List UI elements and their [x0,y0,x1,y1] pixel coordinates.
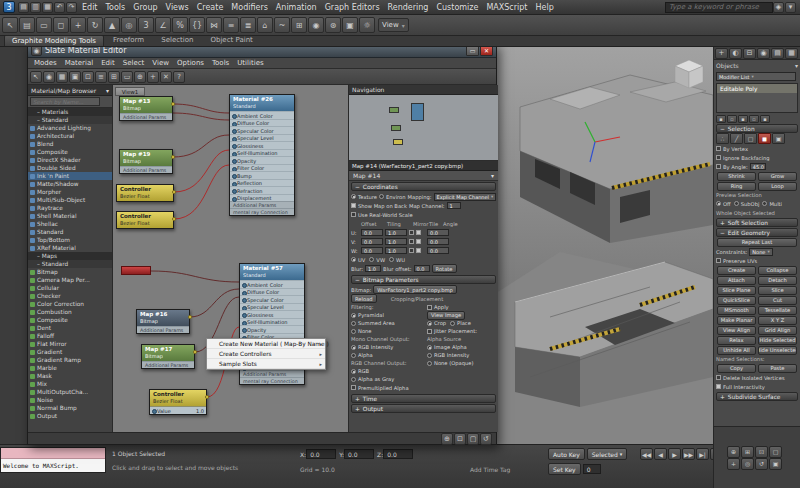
add-time-tag[interactable]: Add Time Tag [470,466,510,473]
save-file-icon[interactable]: ▦ [42,2,53,13]
show-end-result-icon[interactable]: ⊡ [82,71,94,83]
slate-menu-item[interactable]: Edit [97,59,119,67]
select-by-material-icon[interactable]: ? [173,71,185,83]
slate-menu-item[interactable]: Material [61,59,97,67]
slate-menu-item[interactable]: Utilities [233,59,267,67]
field-of-view-icon[interactable]: ◎ [741,458,754,470]
map-channel-field[interactable]: 1 [447,202,461,209]
browser-list-item[interactable]: Multi/Sub-Object [28,196,112,204]
browser-list-item[interactable]: Raytrace [28,204,112,212]
context-menu-item[interactable]: Create New Material ( Map-By Name ) [207,339,325,349]
browser-list-item[interactable]: Camera Map Per... [28,276,112,284]
ribbon-tab[interactable]: Graphite Modeling Tools [4,35,104,46]
alpha-source-option[interactable]: Image Alpha [427,343,496,351]
browser-list-item[interactable]: Flat Mirror [28,340,112,348]
show-map-in-viewport-icon[interactable]: ▣ [69,71,81,83]
menu-item[interactable]: Rendering [384,3,433,12]
rollout-bitmap-parameters[interactable]: −Bitmap Parameters [351,275,496,284]
browser-list-item[interactable]: Marble [28,364,112,372]
angle-field[interactable]: 0.0 [427,229,449,236]
menu-item[interactable]: Views [162,3,193,12]
selection-region-icon[interactable]: ▭ [36,17,52,33]
filter-option[interactable]: Summed Area [351,319,427,327]
tile-checkbox[interactable] [416,230,421,235]
menu-item[interactable]: Create [193,3,228,12]
slate-menu-item[interactable]: Select [119,59,149,67]
browser-list-item[interactable]: Double Sided [28,164,112,172]
uvw-radio[interactable] [351,257,356,262]
material-slot[interactable]: Specular Color [230,126,294,134]
edit-geometry-button[interactable]: Slice [758,286,797,295]
element-mode-icon[interactable]: ▣ [772,133,785,144]
manage-layers-icon[interactable]: ≣ [240,17,256,33]
material-slot[interactable]: Specular Color [240,295,304,303]
output-socket[interactable] [172,190,176,194]
select-rotate-icon[interactable]: ↻ [87,17,103,33]
browser-list-item[interactable]: Checker [28,292,112,300]
zoom-tool-icon[interactable]: ⊕ [134,71,146,83]
use-pivot-center-icon[interactable]: ◎ [121,17,137,33]
preview-selection-option[interactable]: Off [716,201,731,207]
menu-item[interactable]: Modifiers [227,3,272,12]
polygon-mode-icon[interactable]: ◼ [758,133,771,144]
play-icon[interactable]: ▶ [668,448,681,460]
border-mode-icon[interactable]: ▢ [744,133,757,144]
browser-list-item[interactable]: DirectX Shader [28,156,112,164]
mirror-icon[interactable]: ⋈ [206,17,222,33]
align-icon[interactable]: ≡ [223,17,239,33]
pick-material-from-object-icon[interactable]: ◉ [43,71,55,83]
pan-tool-icon[interactable]: + [147,71,159,83]
make-unique-icon[interactable]: ▪ [738,115,748,123]
tiling-field[interactable]: 1.0 [385,238,407,245]
controller-node[interactable]: ControllerBezier Float [116,184,174,202]
jitter-checkbox[interactable] [427,329,432,334]
browser-list-item[interactable]: Morpher [28,188,112,196]
current-frame-field[interactable]: 0 [583,464,601,474]
offset-field[interactable]: 0.0 [361,229,383,236]
delete-selected-icon[interactable]: ✕ [160,71,172,83]
crop-place-option[interactable]: Place [450,320,471,326]
controller-node[interactable]: ControllerBezier Float [116,211,174,229]
set-key-button[interactable]: Set Key [548,463,581,475]
tiling-field[interactable]: 1.0 [385,229,407,236]
mono-output-option[interactable]: Alpha [351,351,427,359]
slate-menu-item[interactable]: Options [173,59,208,67]
constraints-dropdown[interactable]: None [749,248,772,256]
alpha-source-option[interactable]: None (Opaque) [427,359,496,367]
material-slot[interactable]: Diffuse Color [240,288,304,296]
filter-option[interactable]: None [351,327,427,335]
offset-field[interactable]: 0.0 [361,247,383,254]
context-menu-item[interactable]: Create Controllers [207,349,325,359]
perspective-viewport[interactable] [490,47,713,444]
material-slot[interactable]: Glossiness [230,141,294,149]
crop-place-option[interactable]: Crop [427,320,446,326]
material-slot[interactable]: Displacement [230,194,294,202]
edit-geometry-button[interactable]: Grid Align [758,326,797,335]
ignore-backfacing-checkbox[interactable] [716,155,721,160]
material-node[interactable]: Material #26Standard Ambient ColorDiffus… [229,94,295,216]
modifier-stack-item[interactable]: Editable Poly [717,84,797,93]
display-tab-icon[interactable]: ▤ [771,48,784,59]
browser-list-item[interactable]: Architectural [28,132,112,140]
named-selection-button[interactable]: Copy [717,364,756,373]
maximize-viewport-icon[interactable]: ▣ [769,458,782,470]
menu-item[interactable]: Group [129,3,161,12]
slate-zoom-extents-icon[interactable]: ⊡ [454,433,466,445]
browser-list-item[interactable]: Dent [28,324,112,332]
material-slot[interactable]: Filter Color [230,164,294,172]
render-setup-icon[interactable]: ⊛ [325,17,341,33]
menu-item[interactable]: Graph Editors [321,3,384,12]
mirror-checkbox[interactable] [409,248,414,253]
browser-list-item[interactable]: Combustion [28,308,112,316]
uvw-radio[interactable] [389,257,394,262]
angle-field[interactable]: 0.0 [427,238,449,245]
schematic-view-icon[interactable]: ⊞ [291,17,307,33]
material-slot[interactable]: Reflection [230,179,294,187]
browser-list-item[interactable]: – Standard [28,116,112,124]
context-menu-item[interactable]: Sample Slots [207,359,325,369]
rollout-selection[interactable]: −Selection [716,124,798,133]
bitmap-path-button[interactable]: WarFactory1_part2 copy.bmp [373,285,456,294]
previous-frame-icon[interactable]: ◀ [654,448,667,460]
rollout-time[interactable]: +Time [351,394,496,403]
material-slot[interactable]: Bump [230,171,294,179]
